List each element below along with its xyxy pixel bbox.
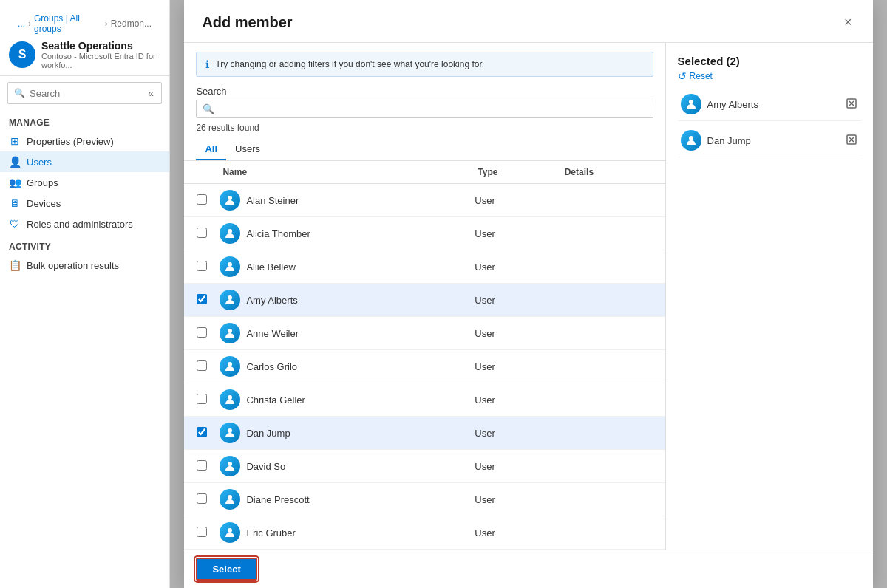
- table-row[interactable]: Amy AlbertsUser: [184, 284, 665, 317]
- sidebar-item-properties[interactable]: ⊞ Properties (Preview): [0, 131, 169, 151]
- table-row[interactable]: Eric GruberUser: [184, 516, 665, 550]
- cell-name: Anne Weiler: [214, 317, 469, 350]
- sidebar-item-bulk[interactable]: 📋 Bulk operation results: [0, 255, 169, 276]
- selected-item-name: Dan Jump: [707, 135, 839, 146]
- svg-point-10: [228, 528, 232, 533]
- col-type[interactable]: Type: [469, 161, 555, 184]
- breadcrumb-current: Redmon...: [111, 18, 152, 29]
- tab-all[interactable]: All: [196, 139, 226, 160]
- checkbox-cell[interactable]: [184, 516, 214, 550]
- remove-selected-button[interactable]: [845, 97, 858, 112]
- checkbox-cell[interactable]: [184, 250, 214, 284]
- svg-point-8: [228, 462, 232, 466]
- cell-details: [556, 483, 665, 516]
- cell-details: [556, 217, 665, 250]
- checkbox-cell[interactable]: [184, 284, 214, 317]
- row-checkbox[interactable]: [197, 194, 207, 205]
- cell-name: Christa Geller: [214, 383, 469, 417]
- sidebar-item-users[interactable]: 👤 Users: [0, 151, 169, 172]
- member-table-wrapper[interactable]: Name Type Details Alan SteinerUserAlicia…: [184, 161, 665, 550]
- cell-name: Alicia Thomber: [214, 217, 469, 250]
- checkbox-cell[interactable]: [184, 217, 214, 250]
- svg-point-3: [228, 295, 232, 300]
- add-member-modal: Add member × ℹ Try changing or adding fi…: [184, 0, 872, 588]
- table-row[interactable]: Carlos GriloUser: [184, 350, 665, 383]
- table-row[interactable]: Diane PrescottUser: [184, 483, 665, 516]
- checkbox-cell[interactable]: [184, 350, 214, 383]
- row-checkbox[interactable]: [197, 294, 207, 304]
- checkbox-cell[interactable]: [184, 483, 214, 516]
- row-checkbox[interactable]: [197, 327, 207, 338]
- row-checkbox[interactable]: [197, 527, 207, 537]
- cell-details: [556, 383, 665, 417]
- table-row[interactable]: Alan SteinerUser: [184, 184, 665, 217]
- search-input-wrapper[interactable]: 🔍: [196, 100, 653, 118]
- sidebar-search-input[interactable]: [30, 88, 142, 99]
- member-table: Name Type Details Alan SteinerUserAlicia…: [184, 161, 665, 550]
- remove-selected-button[interactable]: [845, 133, 858, 148]
- sidebar-item-label-devices: Devices: [27, 198, 61, 209]
- table-row[interactable]: Christa GellerUser: [184, 383, 665, 417]
- org-sub: Contoso - Microsoft Entra ID for workfo.…: [41, 52, 160, 69]
- cell-type: User: [469, 417, 555, 450]
- row-checkbox[interactable]: [197, 427, 207, 437]
- cell-type: User: [469, 217, 555, 250]
- svg-point-0: [228, 196, 232, 200]
- sidebar-collapse-button[interactable]: «: [146, 86, 155, 100]
- table-header-row: Name Type Details: [184, 161, 665, 184]
- cell-name: Eric Gruber: [214, 516, 469, 550]
- user-avatar: [220, 456, 240, 476]
- table-row[interactable]: Anne WeilerUser: [184, 317, 665, 350]
- sidebar-item-devices[interactable]: 🖥 Devices: [0, 193, 169, 213]
- cell-name: Carlos Grilo: [214, 350, 469, 383]
- sidebar-item-roles[interactable]: 🛡 Roles and administrators: [0, 213, 169, 234]
- tab-users[interactable]: Users: [226, 139, 269, 160]
- sidebar: ... › Groups | All groups › Redmon... S …: [0, 0, 170, 588]
- cell-details: [556, 184, 665, 217]
- modal-overlay: Add member × ℹ Try changing or adding fi…: [170, 0, 887, 588]
- row-checkbox[interactable]: [197, 360, 207, 371]
- table-row[interactable]: Dan JumpUser: [184, 417, 665, 450]
- selected-header: Selected (2): [678, 55, 861, 67]
- breadcrumb-all-groups[interactable]: Groups | All groups: [34, 13, 102, 34]
- reset-button[interactable]: ↺ Reset: [678, 70, 713, 82]
- col-name[interactable]: Name: [214, 161, 469, 184]
- cell-details: [556, 250, 665, 284]
- checkbox-cell[interactable]: [184, 417, 214, 450]
- sidebar-search-box[interactable]: 🔍 «: [7, 82, 162, 104]
- select-button[interactable]: Select: [196, 558, 256, 581]
- table-row[interactable]: David SoUser: [184, 450, 665, 483]
- col-checkbox: [184, 161, 214, 184]
- table-row[interactable]: Alicia ThomberUser: [184, 217, 665, 250]
- user-avatar: [220, 256, 240, 277]
- checkbox-cell[interactable]: [184, 184, 214, 217]
- cell-details: [556, 317, 665, 350]
- table-row[interactable]: Allie BellewUser: [184, 250, 665, 284]
- info-banner: ℹ Try changing or adding filters if you …: [196, 52, 653, 77]
- row-checkbox[interactable]: [197, 394, 207, 404]
- row-checkbox[interactable]: [197, 261, 207, 271]
- cell-details: [556, 350, 665, 383]
- svg-point-15: [689, 136, 693, 140]
- modal-close-button[interactable]: ×: [841, 12, 855, 33]
- member-search-input[interactable]: [219, 103, 646, 114]
- row-checkbox[interactable]: [197, 493, 207, 504]
- search-section: Search 🔍: [184, 77, 665, 118]
- row-checkbox[interactable]: [197, 460, 207, 471]
- sidebar-item-groups[interactable]: 👥 Groups: [0, 172, 169, 193]
- users-icon: 👤: [9, 156, 21, 168]
- user-avatar: [220, 323, 240, 343]
- modal-footer: Select: [184, 550, 872, 588]
- checkbox-cell[interactable]: [184, 383, 214, 417]
- row-checkbox[interactable]: [197, 228, 207, 238]
- checkbox-cell[interactable]: [184, 317, 214, 350]
- user-avatar: [220, 190, 240, 211]
- org-name: Seattle Operations: [41, 40, 160, 52]
- user-avatar: [220, 290, 240, 310]
- breadcrumb-ellipsis[interactable]: ...: [18, 18, 25, 29]
- col-details[interactable]: Details: [556, 161, 665, 184]
- breadcrumb: ... › Groups | All groups › Redmon...: [9, 7, 160, 40]
- user-avatar: [220, 356, 240, 377]
- checkbox-cell[interactable]: [184, 450, 214, 483]
- cell-details: [556, 284, 665, 317]
